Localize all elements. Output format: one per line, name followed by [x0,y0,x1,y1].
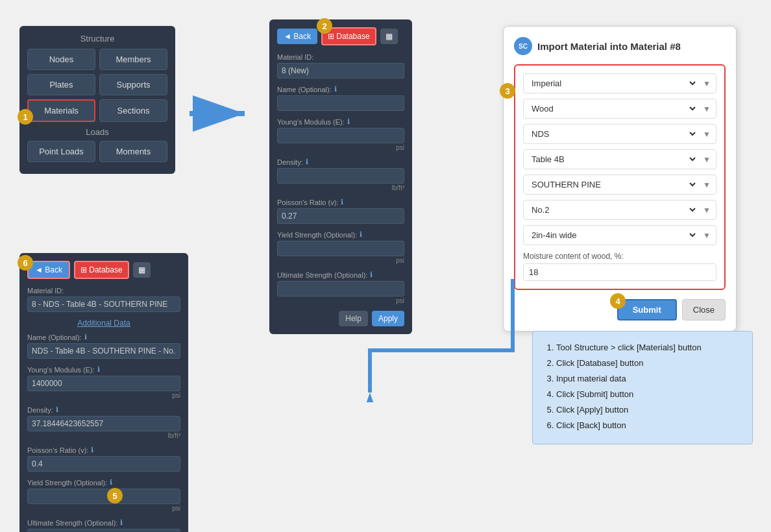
youngs-input-empty[interactable] [277,128,404,143]
name-input-empty[interactable] [277,95,404,111]
ultimate-label-filled: Ultimate Strength (Optional): ℹ [27,518,180,527]
members-button[interactable]: Members [99,49,167,70]
close-button[interactable]: Close [682,299,726,320]
species-select[interactable]: SOUTHERN PINE [524,175,698,194]
import-header: SC Import Material into Material #8 [514,37,726,55]
name-info-icon-filled: ℹ [84,333,87,341]
size-select[interactable]: 2in-4in wide [524,226,698,245]
instructions-list: Tool Structure > click [Materials] butto… [545,341,740,433]
unit-arrow-icon: ▼ [698,79,716,88]
youngs-unit-filled: psi [27,392,180,399]
supports-button[interactable]: Supports [99,74,167,95]
name-field-filled: Name (Optional): ℹ [27,333,180,359]
ultimate-field-filled: Ultimate Strength (Optional): ℹ psi [27,518,180,532]
form-header: ◄ Back ⊞ Database ▦ [277,27,404,45]
instruction-2: Click [Database] button [556,356,740,370]
density-label-empty: Density: ℹ [277,158,404,166]
name-label-empty: Name (Optional): ℹ [277,85,404,93]
table-row: Table 4B ▼ [523,149,716,169]
additional-data-link[interactable]: Additional Data [27,319,180,328]
species-arrow-icon: ▼ [698,180,716,189]
youngs-info-icon: ℹ [347,117,350,126]
nodes-button[interactable]: Nodes [27,49,95,70]
youngs-label-filled: Young's Modulus (E): ℹ [27,365,180,374]
structure-buttons: Nodes Members Plates Supports Materials … [27,49,167,122]
size-row: 2in-4in wide ▼ [523,225,716,245]
badge-3: 3 [500,83,515,99]
yield-info-icon-filled: ℹ [110,478,112,487]
material-id-label-filled: Material ID: [27,287,180,295]
moisture-label: Moisture content of wood, %: [523,252,716,261]
unit-select-row: Imperial ▼ [523,73,716,93]
grade-row: No.2 ▼ [523,200,716,220]
structure-title: Structure [27,34,167,43]
back-button-empty[interactable]: ◄ Back [277,29,317,44]
table-arrow-icon: ▼ [698,155,716,164]
import-form-area: Imperial ▼ Wood ▼ NDS ▼ Table 4B ▼ SOUTH… [514,64,726,290]
poissons-input-filled[interactable] [27,456,180,472]
instruction-3: Input material data [556,372,740,386]
standard-row: NDS ▼ [523,124,716,144]
material-type-row: Wood ▼ [523,99,716,119]
poissons-field-filled: Poisson's Ratio (v): ℹ [27,446,180,472]
yield-input-filled[interactable] [27,489,180,504]
materials-button[interactable]: Materials [27,99,95,122]
material-id-select-empty[interactable]: 8 (New) [277,63,404,79]
arrow-down-1 [357,272,539,405]
poissons-field-empty: Poisson's Ratio (v): ℹ [277,198,404,224]
moisture-section: Moisture content of wood, %: [523,252,716,281]
species-row: SOUTHERN PINE ▼ [523,175,716,195]
ultimate-input-filled[interactable] [27,529,180,532]
size-arrow-icon: ▼ [698,231,716,240]
skyciv-logo: SC [514,37,532,55]
database-button-filled[interactable]: ⊞ Database [74,261,129,279]
badge-5: 5 [107,488,123,503]
yield-label-empty: Yield Strength (Optional): ℹ [277,230,404,239]
density-field-filled: Density: ℹ lb/ft³ [27,405,180,439]
ultimate-info-icon-filled: ℹ [120,518,123,527]
plates-button[interactable]: Plates [27,74,95,95]
standard-select[interactable]: NDS [524,125,698,143]
submit-button[interactable]: Submit [617,299,677,320]
standard-arrow-icon: ▼ [698,130,716,139]
youngs-field-empty: Young's Modulus (E): ℹ psi [277,117,404,151]
yield-info-icon: ℹ [360,230,362,239]
density-unit-filled: lb/ft³ [27,432,180,439]
grid-button-filled[interactable]: ▦ [133,262,151,278]
density-input-empty[interactable] [277,168,404,184]
grade-select[interactable]: No.2 [524,200,698,219]
density-info-icon-filled: ℹ [56,405,58,414]
youngs-info-icon-filled: ℹ [97,365,100,374]
moisture-input[interactable] [523,263,716,281]
sections-button[interactable]: Sections [99,99,167,122]
instruction-1: Tool Structure > click [Materials] butto… [556,341,740,355]
name-field-empty: Name (Optional): ℹ [277,85,404,111]
moments-button[interactable]: Moments [99,141,167,162]
yield-label-filled: Yield Strength (Optional): ℹ [27,478,180,487]
density-unit-empty: lb/ft³ [277,184,404,191]
poissons-label-filled: Poisson's Ratio (v): ℹ [27,446,180,454]
yield-field-empty: Yield Strength (Optional): ℹ psi [277,230,404,264]
youngs-field-filled: Young's Modulus (E): ℹ psi [27,365,180,399]
material-id-field-filled: Material ID: 8 - NDS - Table 4B - SOUTHE… [27,287,180,312]
density-field-empty: Density: ℹ lb/ft³ [277,158,404,191]
name-info-icon: ℹ [334,85,337,93]
density-input-filled[interactable] [27,416,180,431]
point-loads-button[interactable]: Point Loads [27,141,95,162]
back-button-filled[interactable]: ◄ Back [27,261,70,279]
material-id-select-filled[interactable]: 8 - NDS - Table 4B - SOUTHERN PINE [27,296,180,312]
name-input-filled[interactable] [27,343,180,359]
poissons-input-empty[interactable] [277,208,404,224]
yield-input-empty[interactable] [277,241,404,256]
structure-panel: Structure Nodes Members Plates Supports … [19,26,175,174]
yield-unit-filled: psi [27,505,180,512]
density-label-filled: Density: ℹ [27,405,180,414]
unit-select[interactable]: Imperial [524,74,698,93]
material-id-label: Material ID: [277,53,404,61]
table-select[interactable]: Table 4B [524,150,698,169]
material-type-select[interactable]: Wood [524,99,698,118]
youngs-input-filled[interactable] [27,376,180,391]
grid-button-empty[interactable]: ▦ [380,29,398,44]
badge-1: 1 [18,109,33,125]
import-title: Import Material into Material #8 [537,41,681,52]
